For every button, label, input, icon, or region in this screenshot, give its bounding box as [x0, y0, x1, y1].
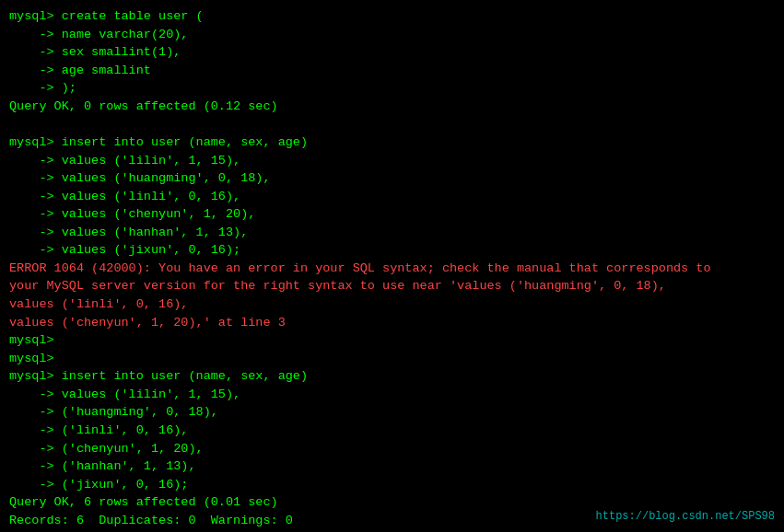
terminal-line: values ('linli', 0, 16),: [9, 295, 775, 314]
terminal-line: -> ('hanhan', 1, 13),: [9, 457, 775, 476]
terminal-line: values ('chenyun', 1, 20),' at line 3: [9, 314, 775, 332]
terminal-line: ERROR 1064 (42000): You have an error in…: [9, 260, 775, 278]
terminal-line: -> values ('lilin', 1, 15),: [9, 152, 775, 170]
terminal-line: Query OK, 0 rows affected (0.12 sec): [9, 98, 775, 116]
terminal-line: -> name varchar(20),: [9, 26, 775, 44]
terminal-line: -> ('linli', 0, 16),: [9, 422, 775, 440]
terminal-line: -> values ('huangming', 0, 18),: [9, 169, 775, 188]
terminal-line: [9, 115, 775, 133]
terminal-line: mysql> insert into user (name, sex, age): [9, 133, 775, 152]
terminal-line: mysql> create table user (: [9, 7, 775, 26]
terminal-line: -> );: [9, 79, 775, 98]
terminal-output: mysql> create table user ( -> name varch…: [9, 7, 775, 532]
terminal-line: -> values ('chenyun', 1, 20),: [9, 205, 775, 224]
terminal-line: mysql>: [9, 350, 775, 368]
terminal-line: -> values ('hanhan', 1, 13),: [9, 224, 775, 242]
terminal-line: mysql>: [9, 331, 775, 350]
watermark: https://blog.csdn.net/SPS98: [596, 510, 775, 523]
terminal-line: Query OK, 6 rows affected (0.01 sec): [9, 493, 775, 512]
terminal-line: -> values ('lilin', 1, 15),: [9, 386, 775, 404]
terminal-line: -> values ('linli', 0, 16),: [9, 188, 775, 206]
terminal-line: -> ('huangming', 0, 18),: [9, 403, 775, 422]
terminal-line: -> ('chenyun', 1, 20),: [9, 440, 775, 458]
terminal-line: -> age smallint: [9, 62, 775, 80]
terminal-line: -> ('jixun', 0, 16);: [9, 476, 775, 494]
terminal-line: mysql> insert into user (name, sex, age): [9, 367, 775, 386]
terminal-line: your MySQL server version for the right …: [9, 277, 775, 295]
terminal-line: -> values ('jixun', 0, 16);: [9, 241, 775, 260]
terminal-line: -> sex smallint(1),: [9, 43, 775, 62]
